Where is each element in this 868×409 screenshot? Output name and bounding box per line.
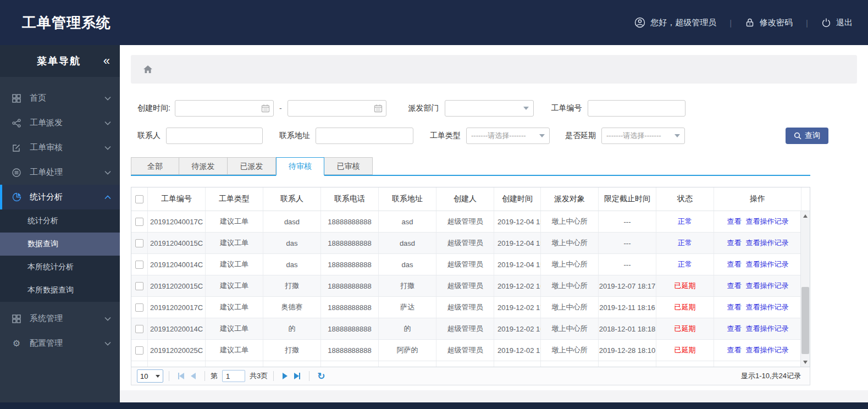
sidebar-item-system[interactable]: 系统管理 — [0, 306, 120, 331]
sidebar-item-home[interactable]: 首页 — [0, 86, 120, 110]
calendar-icon[interactable] — [374, 104, 383, 113]
scroll-up-arrow[interactable] — [801, 211, 810, 220]
sidebar-item-label: 工单处理 — [30, 167, 63, 178]
view-link[interactable]: 查看 — [727, 259, 742, 269]
view-link[interactable]: 查看 — [727, 324, 742, 334]
refresh-icon[interactable]: ↻ — [317, 372, 325, 381]
tab-pending-review[interactable]: 待审核 — [276, 157, 324, 176]
cell-target: 墩上中心所 — [541, 340, 599, 361]
select-all-checkbox[interactable] — [135, 195, 143, 203]
view-link[interactable]: 查看 — [727, 281, 742, 291]
tab-dispatched[interactable]: 已派发 — [228, 157, 276, 175]
tab-reviewed[interactable]: 已审核 — [324, 157, 373, 175]
bottom-bar — [0, 402, 868, 409]
view-log-link[interactable]: 查看操作记录 — [746, 238, 789, 248]
order-no-input[interactable] — [588, 100, 685, 117]
cell-contact: 奥德赛 — [263, 297, 321, 318]
row-checkbox[interactable] — [135, 282, 143, 290]
view-log-link[interactable]: 查看操作记录 — [746, 217, 789, 226]
grid-icon — [11, 94, 22, 103]
created-from-input[interactable] — [175, 100, 274, 117]
cell-phone: 18888888888 — [321, 318, 379, 339]
change-password-button[interactable]: 修改密码 — [745, 18, 793, 28]
order-type-select[interactable]: -------请选择------- — [466, 128, 550, 144]
row-actions: 查看查看操作记录 — [714, 275, 801, 296]
chevron-down-icon — [156, 375, 160, 378]
sidebar-item-label: 工单派发 — [30, 118, 63, 128]
view-link[interactable]: 查看 — [727, 302, 742, 312]
order-type-label: 工单类型 — [430, 131, 461, 141]
cell-created: 2019-12-04 15 — [494, 233, 541, 253]
view-link[interactable]: 查看 — [727, 217, 742, 226]
sidebar-item-process[interactable]: 工单处理 — [0, 160, 120, 185]
column-header: 联系地址 — [379, 187, 436, 211]
chevron-down-icon — [523, 107, 529, 110]
sidebar-item-review[interactable]: 工单审核 — [0, 135, 120, 160]
view-log-link[interactable]: 查看操作记录 — [746, 302, 789, 312]
contact-input[interactable] — [166, 128, 263, 144]
column-header: 联系人 — [263, 187, 321, 211]
chevron-down-icon — [104, 170, 111, 175]
next-page-button[interactable] — [283, 373, 288, 379]
cell-creator: 超级管理员 — [436, 340, 494, 361]
cell-empty — [206, 361, 263, 367]
view-log-link[interactable]: 查看操作记录 — [746, 259, 789, 269]
tab-pending-dispatch[interactable]: 待派发 — [179, 157, 228, 175]
view-link[interactable]: 查看 — [727, 238, 742, 248]
created-to-input[interactable] — [288, 100, 386, 117]
column-header: 创建人 — [436, 187, 494, 211]
row-checkbox[interactable] — [135, 261, 143, 269]
cell-order_no: 201912040017C — [148, 211, 206, 232]
scroll-down-arrow[interactable] — [801, 357, 810, 367]
sidebar-item-config[interactable]: ⚙ 配置管理 — [0, 331, 120, 356]
first-page-button[interactable] — [178, 373, 184, 379]
table-scrollbar[interactable] — [800, 211, 810, 367]
row-checkbox[interactable] — [135, 303, 143, 312]
delay-select[interactable]: -------请选择------- — [601, 128, 685, 144]
view-log-link[interactable]: 查看操作记录 — [746, 324, 789, 334]
page-size-select[interactable]: 10 — [137, 369, 163, 383]
cell-empty — [321, 361, 379, 367]
main-content: 创建时间: - 派发部门 工单编号 — [120, 45, 868, 402]
content-bottom-strip — [120, 390, 868, 402]
search-button[interactable]: 查询 — [786, 128, 828, 144]
view-link[interactable]: 查看 — [727, 345, 742, 355]
table-row: 201912020014C建议工单的18888888888的超级管理员2019-… — [131, 318, 801, 340]
cell-contact: das — [263, 233, 321, 253]
submenu-item-local-data-query[interactable]: 本所数据查询 — [0, 279, 120, 302]
pager-divider — [309, 371, 309, 381]
row-actions: 查看查看操作记录 — [714, 233, 801, 253]
cell-empty — [436, 361, 494, 367]
scrollbar-thumb[interactable] — [801, 287, 809, 354]
cell-phone: 18888888888 — [321, 297, 379, 318]
row-actions: 查看查看操作记录 — [714, 297, 801, 318]
row-checkbox[interactable] — [135, 218, 143, 226]
tab-all[interactable]: 全部 — [131, 157, 179, 175]
collapse-sidebar-icon[interactable]: « — [103, 55, 110, 67]
search-icon — [794, 132, 801, 140]
submenu-item-local-statistics[interactable]: 本所统计分析 — [0, 256, 120, 279]
view-log-link[interactable]: 查看操作记录 — [746, 281, 789, 291]
cell-created: 2019-12-02 17 — [494, 340, 541, 361]
sidebar-item-statistics[interactable]: 统计分析 — [0, 185, 120, 209]
submenu-item-data-query[interactable]: 数据查询 — [0, 233, 120, 256]
row-checkbox[interactable] — [135, 239, 143, 247]
prev-page-button[interactable] — [191, 373, 196, 379]
row-checkbox[interactable] — [135, 346, 143, 355]
chevron-down-icon — [104, 121, 111, 125]
sidebar-item-dispatch[interactable]: 工单派发 — [0, 110, 120, 135]
logout-button[interactable]: 退出 — [821, 18, 853, 28]
page-number-input[interactable] — [222, 370, 245, 382]
sidebar: 菜单导航 « 首页 工单派发 — [0, 45, 120, 402]
calendar-icon[interactable] — [261, 104, 270, 113]
row-checkbox[interactable] — [135, 325, 143, 333]
home-icon[interactable] — [143, 65, 153, 74]
cell-creator: 超级管理员 — [436, 211, 494, 232]
last-page-button[interactable] — [294, 373, 300, 379]
status-badge: 已延期 — [656, 318, 714, 339]
power-icon — [821, 18, 831, 27]
view-log-link[interactable]: 查看操作记录 — [746, 345, 789, 355]
dispatch-dept-select[interactable] — [445, 100, 534, 117]
submenu-item-statistics[interactable]: 统计分析 — [0, 209, 120, 233]
address-input[interactable] — [316, 128, 413, 144]
